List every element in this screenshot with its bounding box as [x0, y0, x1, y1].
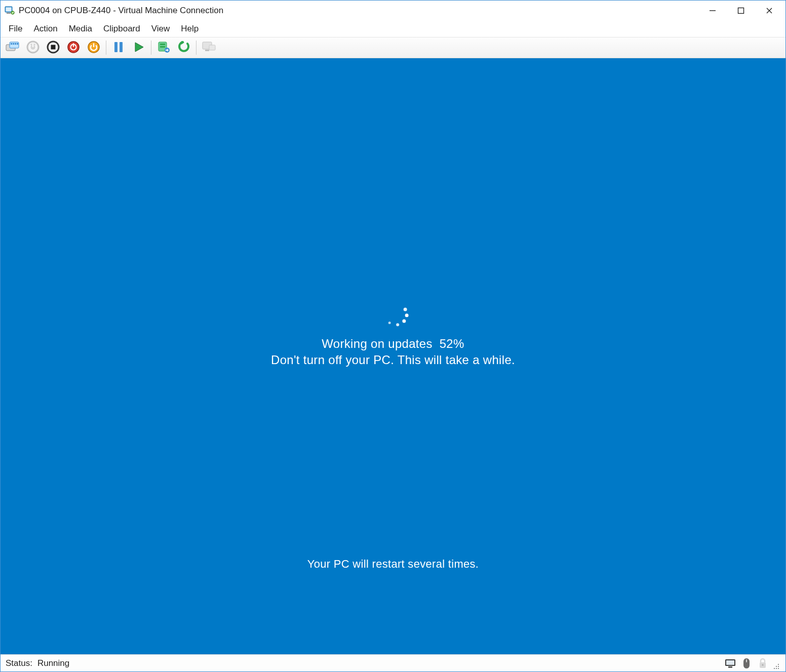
svg-rect-11 [13, 43, 14, 45]
revert-icon [177, 41, 190, 55]
svg-rect-1 [6, 8, 12, 12]
menu-action[interactable]: Action [28, 22, 62, 36]
svg-marker-26 [135, 43, 143, 52]
ctrl-alt-del-button[interactable] [4, 38, 22, 57]
update-progress-percent: 52% [440, 337, 464, 350]
window-title: PC0004 on CPUB-Z440 - Virtual Machine Co… [19, 6, 223, 16]
security-lock-icon[interactable] [757, 658, 768, 669]
maximize-button[interactable] [727, 1, 755, 21]
svg-rect-9 [10, 42, 19, 48]
menubar: File Action Media Clipboard View Help [1, 21, 785, 37]
minimize-button[interactable] [698, 1, 727, 21]
status-value: Running [37, 658, 69, 668]
checkpoint-icon [157, 41, 170, 55]
update-progress-block: Working on updates 52% Don't turn off yo… [1, 297, 785, 367]
svg-rect-2 [7, 13, 11, 14]
svg-rect-29 [160, 46, 165, 48]
save-state-button[interactable] [85, 38, 103, 57]
svg-rect-10 [11, 43, 12, 45]
toolbar-separator [196, 41, 196, 55]
toolbar-separator [106, 41, 106, 55]
menu-help[interactable]: Help [176, 22, 204, 36]
update-progress-line: Working on updates 52% [1, 337, 785, 351]
svg-rect-34 [205, 50, 209, 51]
svg-rect-35 [209, 45, 215, 50]
status-label: Status: [6, 658, 32, 668]
svg-rect-12 [15, 43, 16, 45]
menu-media[interactable]: Media [64, 22, 97, 36]
menu-view[interactable]: View [146, 22, 175, 36]
pause-icon [113, 42, 124, 54]
revert-button[interactable] [175, 38, 193, 57]
app-icon [5, 6, 15, 16]
stop-icon [47, 41, 60, 55]
shutdown-icon [67, 41, 80, 55]
power-on-icon [26, 41, 40, 55]
svg-point-19 [68, 42, 79, 53]
reset-button[interactable] [130, 38, 148, 57]
guest-screen[interactable]: Working on updates 52% Don't turn off yo… [1, 58, 785, 654]
turn-off-button[interactable] [44, 38, 62, 57]
ctrl-alt-del-icon [6, 42, 20, 54]
display-icon[interactable] [725, 658, 736, 669]
update-progress-label: Working on updates [322, 337, 432, 350]
svg-point-41 [762, 664, 763, 665]
pause-button[interactable] [109, 38, 128, 57]
enhanced-session-button[interactable] [200, 38, 218, 57]
svg-rect-28 [160, 44, 165, 45]
resize-grip[interactable] [773, 663, 780, 670]
svg-rect-13 [17, 43, 18, 45]
checkpoint-button[interactable] [154, 38, 173, 57]
toolbar-separator [151, 41, 151, 55]
input-device-icon[interactable] [741, 658, 752, 669]
vm-connection-window: PC0004 on CPUB-Z440 - Virtual Machine Co… [0, 0, 786, 672]
menu-clipboard[interactable]: Clipboard [98, 22, 145, 36]
shut-down-button[interactable] [64, 38, 83, 57]
toolbar [1, 37, 785, 58]
svg-rect-24 [114, 42, 117, 52]
close-button[interactable] [755, 1, 783, 21]
save-state-icon [87, 41, 100, 55]
svg-rect-39 [746, 659, 747, 662]
loading-spinner-icon [379, 297, 407, 326]
statusbar: Status: Running [1, 654, 785, 671]
update-warning-line: Don't turn off your PC. This will take a… [1, 353, 785, 367]
vm-viewport[interactable]: Working on updates 52% Don't turn off yo… [1, 58, 785, 654]
svg-rect-38 [728, 666, 732, 668]
menu-file[interactable]: File [4, 22, 27, 36]
enhanced-session-icon [202, 41, 216, 55]
svg-rect-18 [51, 45, 56, 49]
svg-rect-5 [738, 8, 744, 14]
svg-rect-37 [726, 660, 734, 665]
play-icon [133, 42, 144, 54]
titlebar[interactable]: PC0004 on CPUB-Z440 - Virtual Machine Co… [1, 1, 785, 21]
restart-note: Your PC will restart several times. [307, 558, 479, 571]
svg-rect-25 [120, 42, 123, 52]
start-button[interactable] [24, 38, 42, 57]
